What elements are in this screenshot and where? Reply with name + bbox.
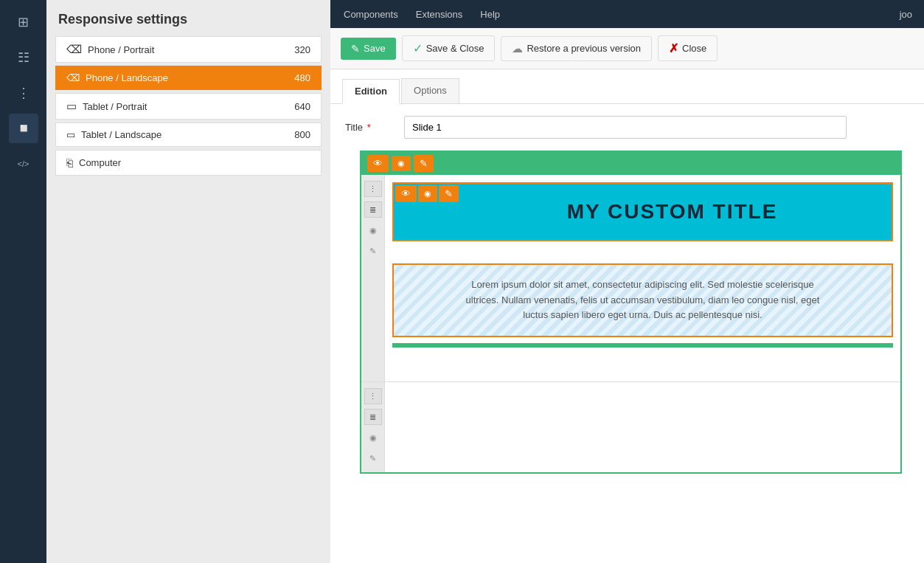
menu-components[interactable]: Components [342, 6, 400, 23]
canvas-text-block: Lorem ipsum dolor sit amet, consectetur … [392, 263, 893, 337]
tab-bar: Edition Options [330, 69, 924, 104]
responsive-item-phone-landscape[interactable]: ⌫ Phone / Landscape 480 [55, 66, 322, 90]
responsive-item-tablet-landscape[interactable]: ▭ Tablet / Landscape 800 [55, 122, 322, 147]
toolbar: ✎ Save ✓ Save & Close ☁ Restore a previo… [330, 28, 924, 69]
canvas-title-edit-btn[interactable]: ✎ [439, 185, 459, 202]
phone-landscape-value: 480 [294, 72, 310, 83]
second-eye-btn[interactable]: ◉ [364, 429, 382, 446]
menu-help[interactable]: Help [479, 6, 501, 23]
canvas-title-eye-slash-btn[interactable]: ◉ [418, 185, 437, 202]
save-icon: ✎ [351, 43, 360, 55]
side-edit-btn[interactable]: ✎ [364, 243, 382, 259]
tablet-portrait-value: 640 [294, 101, 310, 112]
side-eye-btn[interactable]: ◉ [364, 222, 382, 238]
content-body: Title * 👁 ◉ ✎ ⋮ ≣ [330, 104, 924, 486]
phone-portrait-icon: ⌫ [66, 43, 82, 56]
save-button[interactable]: ✎ Save [341, 38, 396, 60]
tablet-portrait-icon: ▭ [66, 100, 77, 113]
restore-button[interactable]: ☁ Restore a previous version [501, 36, 652, 61]
phone-nav-icon[interactable]: ◽ [9, 114, 38, 143]
tablet-portrait-label: Tablet / Portrait [83, 101, 147, 112]
editor-edit-btn[interactable]: ✎ [414, 155, 434, 172]
puzzle-nav-icon[interactable]: ⊞ [9, 7, 38, 37]
check-icon: ✓ [413, 41, 423, 55]
phone-portrait-value: 320 [294, 44, 310, 55]
save-label: Save [364, 43, 386, 54]
title-row: Title * [345, 116, 909, 139]
code-nav-icon[interactable]: </> [9, 149, 38, 179]
responsive-item-computer[interactable]: ⎗ Computer [55, 150, 322, 176]
menu-user: joo [900, 9, 912, 20]
restore-label: Restore a previous version [527, 43, 641, 54]
settings-panel: Responsive settings ⌫ Phone / Portrait 3… [46, 0, 330, 563]
close-label: Close [682, 43, 706, 54]
phone-landscape-label: Phone / Landscape [86, 72, 168, 83]
editor-eye-btn[interactable]: 👁 [367, 155, 389, 172]
canvas-body-text: Lorem ipsum dolor sit amet, consectetur … [466, 277, 820, 323]
canvas-area: 👁 ◉ ✎ MY CUSTOM TITLE Lorem ipsum d [385, 175, 900, 381]
editor-top-toolbar: 👁 ◉ ✎ [361, 152, 900, 175]
canvas-title-toolbar: 👁 ◉ ✎ [392, 182, 462, 205]
tab-edition[interactable]: Edition [342, 79, 400, 104]
tablet-landscape-label: Tablet / Landscape [81, 129, 161, 140]
canvas-bottom-bar [392, 343, 893, 348]
edition-area: Edition Options Title * 👁 ◉ ✎ [330, 69, 924, 563]
computer-icon: ⎗ [66, 156, 73, 169]
editor-block: 👁 ◉ ✎ ⋮ ≣ ◉ ✎ [360, 151, 902, 474]
save-close-label: Save & Close [426, 43, 484, 54]
second-canvas-empty [385, 382, 900, 472]
save-close-button[interactable]: ✓ Save & Close [402, 35, 496, 61]
canvas-title-eye-btn[interactable]: 👁 [395, 185, 417, 202]
canvas-text-content: Lorem ipsum dolor sit amet, consectetur … [392, 263, 893, 337]
second-side-toolbar: ⋮ ≣ ◉ ✎ [361, 382, 385, 472]
editor-with-side: ⋮ ≣ ◉ ✎ 👁 ◉ ✎ [361, 175, 900, 381]
phone-landscape-icon: ⌫ [66, 72, 80, 83]
title-input[interactable] [404, 116, 847, 139]
canvas-title-block: 👁 ◉ ✎ MY CUSTOM TITLE [392, 182, 893, 241]
second-columns-btn[interactable]: ⋮ [364, 388, 382, 404]
responsive-item-phone-portrait[interactable]: ⌫ Phone / Portrait 320 [55, 36, 322, 63]
second-rows-btn[interactable]: ≣ [364, 409, 382, 425]
menu-extensions[interactable]: Extensions [414, 6, 465, 23]
editor-eye-slash-btn[interactable]: ◉ [392, 156, 411, 171]
canvas-title-content: MY CUSTOM TITLE [392, 182, 893, 241]
canvas-title-text: MY CUSTOM TITLE [508, 200, 778, 224]
tablet-landscape-icon: ▭ [66, 129, 75, 140]
tab-options[interactable]: Options [401, 78, 459, 103]
close-x-icon: ✗ [669, 41, 678, 55]
menu-bar: Components Extensions Help joo [330, 0, 924, 28]
second-editor-section: ⋮ ≣ ◉ ✎ [361, 381, 900, 472]
phone-portrait-label: Phone / Portrait [88, 44, 154, 55]
cloud-icon: ☁ [512, 42, 523, 55]
title-label: Title * [345, 122, 389, 133]
icon-sidebar: ⊞ ☷ ⋮ ◽ </> [0, 0, 46, 563]
settings-panel-title: Responsive settings [46, 0, 330, 36]
computer-label: Computer [79, 157, 121, 168]
second-edit-btn[interactable]: ✎ [364, 450, 382, 466]
side-columns-btn[interactable]: ⋮ [364, 181, 382, 197]
responsive-list: ⌫ Phone / Portrait 320 ⌫ Phone / Landsca… [46, 36, 330, 176]
main-area: Components Extensions Help joo ✎ Save ✓ … [330, 0, 924, 563]
grid-nav-icon[interactable]: ⋮ [9, 78, 38, 108]
tablet-landscape-value: 800 [294, 129, 310, 140]
responsive-item-tablet-portrait[interactable]: ▭ Tablet / Portrait 640 [55, 93, 322, 120]
editor-side-toolbar: ⋮ ≣ ◉ ✎ [361, 175, 385, 381]
document-nav-icon[interactable]: ☷ [9, 43, 38, 72]
close-button[interactable]: ✗ Close [658, 35, 718, 61]
side-rows-btn[interactable]: ≣ [364, 201, 382, 218]
